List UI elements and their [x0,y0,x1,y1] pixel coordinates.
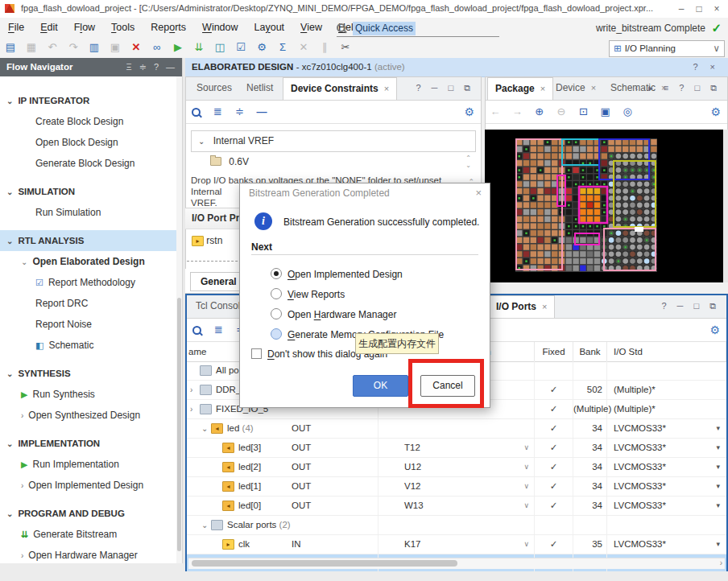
column-header-fixed[interactable]: Fixed [535,342,573,361]
close-icon[interactable]: × [542,302,547,311]
undo-icon[interactable]: ↶ [42,39,63,56]
iostd-combo-icon[interactable]: ▾ [716,419,720,438]
remove-icon[interactable]: — [252,101,271,123]
collapse-all-icon[interactable]: ≣ [208,101,227,123]
table-row-scalar-ports[interactable]: ⌄Scalar ports (2) [187,516,726,535]
flow-nav-item-report-noise[interactable]: Report Noise [0,314,176,335]
expand-icon[interactable]: ⌄ [201,516,211,534]
selected-port[interactable]: ▸ rstn [192,235,222,246]
flow-nav-item-run-simulation[interactable]: Run Simulation [0,202,176,223]
flow-nav-section-implementation[interactable]: ⌄IMPLEMENTATION [0,433,176,454]
iostd-combo-icon[interactable]: ▾ [716,535,720,554]
table-row-led-0[interactable]: ◂led[0]OUTW13∨✓34LVCMOS33*▾ [187,497,726,516]
pin-combo-icon[interactable]: ∨ [523,458,529,476]
search-icon[interactable] [186,101,205,123]
flow-nav-help-icon[interactable]: ? [154,58,159,76]
dialog-close-icon[interactable]: × [475,183,482,203]
panel-window-icons[interactable]: ? ─ □ ⧉ [416,77,474,99]
run-icon[interactable]: ▶ [168,39,188,56]
radio-open-implemented-design[interactable]: Open Implemented Design [271,268,403,281]
radio-open-hardware-manager[interactable]: Open Hardware Manager [271,308,396,321]
tab-device[interactable]: Device× [548,77,603,99]
package-scrollbar[interactable] [723,130,728,282]
package-viewport[interactable] [485,130,723,282]
save-icon[interactable]: ▦ [21,39,42,56]
flow-nav-item-open-block-design[interactable]: Open Block Design [0,132,176,153]
iostd-combo-icon[interactable]: ▾ [716,497,720,515]
expand-icon[interactable]: › [190,381,200,399]
zoom-fit-icon[interactable]: ⊡ [573,101,593,123]
menu-edit[interactable]: Edit [32,18,66,37]
flow-nav-item-report-drc[interactable]: Report DRC [0,293,176,314]
flow-nav-item-run-implementation[interactable]: ▶Run Implementation [0,454,176,475]
flow-nav-section-simulation[interactable]: ⌄SIMULATION [0,181,176,202]
tab-sources[interactable]: Sources [189,77,239,99]
flow-nav-minimize-icon[interactable]: — [166,58,175,76]
menu-layout[interactable]: Layout [246,18,293,37]
back-icon[interactable]: ← [486,101,505,123]
close-icon[interactable]: × [540,84,545,93]
zoom-in-icon[interactable]: ⊕ [530,101,549,123]
menu-view[interactable]: View [292,18,330,37]
banner-icons[interactable]: ? × [693,58,720,76]
tree-item-voltage[interactable]: 0.6V ⌃⌄ [191,153,474,171]
flow-nav-scroll-thumb[interactable] [177,298,181,551]
sum-icon[interactable]: Σ [272,39,293,56]
pin-combo-icon[interactable]: ∨ [523,477,529,496]
gear-icon[interactable]: ⚙ [464,101,474,123]
package-die[interactable] [515,138,657,272]
menu-flow[interactable]: Flow [66,18,103,37]
pin-combo-icon[interactable]: ∨ [523,497,529,515]
find-icon[interactable]: ∞ [147,39,168,56]
tab-package[interactable]: Package× [487,77,553,100]
slash-disabled-icon[interactable]: ∥ [314,39,335,56]
iostd-combo-icon[interactable]: ▾ [716,458,720,476]
panel-window-icons[interactable]: ? ─ □ ⧉ [661,295,720,317]
flow-nav-item-generate-bitstream[interactable]: ⇊Generate Bitstream [0,524,176,545]
ok-button[interactable]: OK [353,375,408,397]
settings-icon[interactable]: ⚙ [251,39,272,56]
flow-nav-item-open-elaborated-design[interactable]: ⌄Open Elaborated Design [0,251,176,272]
table-row-led-3[interactable]: ◂led[3]OUTT12∨✓34LVCMOS33*▾ [187,439,726,458]
close-icon[interactable]: × [384,84,389,93]
open-project-icon[interactable]: ▤ [0,39,21,56]
tab-io-ports[interactable]: I/O Ports× [488,295,555,318]
flow-nav-item-generate-block-design[interactable]: Generate Block Design [0,153,176,174]
scroll-right-icon[interactable]: › [720,558,722,567]
panel-window-icons[interactable]: ‹ ▸ ≡ ? □ ⧉ [635,77,722,99]
gear-icon[interactable]: ⚙ [709,319,720,341]
iostd-combo-icon[interactable]: ▾ [716,477,720,496]
menu-file[interactable]: File [0,18,32,37]
spinner-icon[interactable]: ⌃⌄ [465,155,471,169]
close-button[interactable]: × [709,2,725,16]
close-disabled-icon[interactable]: ✕ [293,39,314,56]
collapse-all-icon[interactable]: ≣ [209,319,228,341]
flow-nav-item-report-methodology[interactable]: ☑Report Methodology [0,272,176,293]
tree-item-internal-vref[interactable]: ⌄ Internal VREF [191,130,476,152]
maximize-button[interactable]: □ [691,2,707,16]
validate-icon[interactable]: ☑ [230,39,251,56]
flow-nav-section-synthesis[interactable]: ⌄SYNTHESIS [0,363,176,384]
flow-nav-section-program-and-debug[interactable]: ⌄PROGRAM AND DEBUG [0,503,176,524]
expand-icon[interactable]: › [190,400,200,418]
gear-icon[interactable]: ⚙ [710,101,721,123]
iostd-combo-icon[interactable]: ▾ [716,439,720,457]
pin-combo-icon[interactable]: ∨ [523,439,529,457]
flow-nav-section-ip-integrator[interactable]: ⌄IP INTEGRATOR [0,90,176,111]
column-header-bank[interactable]: Bank [573,342,607,361]
expand-all-icon[interactable]: ≑ [230,101,250,123]
table-row-led[interactable]: ⌄◂led (4)OUT✓34LVCMOS33*▾ [187,419,726,439]
scroll-thumb[interactable] [192,560,457,567]
quick-access-search[interactable]: Quick Access [337,22,499,37]
minimize-button[interactable]: – [673,2,689,16]
layout-selector[interactable]: ⊞I/O Planning ∨ [609,40,725,57]
autofit-icon[interactable]: ◎ [618,101,637,123]
radio-view-reports[interactable]: View Reports [271,288,345,301]
cut-icon[interactable]: ✂ [335,39,356,56]
zoom-out-icon[interactable]: ⊖ [552,101,571,123]
column-header-i-o-std[interactable]: I/O Std [607,342,726,361]
search-icon[interactable] [187,319,206,341]
table-row-clk[interactable]: ▸clkINK17∨✓35LVCMOS33*▾ [187,535,726,554]
redo-icon[interactable]: ↷ [63,39,84,56]
flow-nav-item-create-block-design[interactable]: Create Block Design [0,111,176,132]
